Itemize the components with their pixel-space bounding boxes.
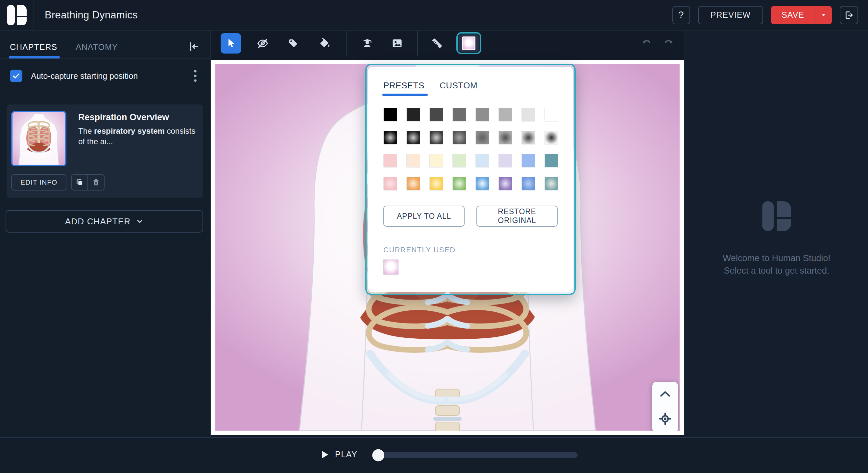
- preset-swatch[interactable]: [383, 131, 397, 144]
- add-chapter-button[interactable]: ADD CHAPTER: [6, 210, 203, 233]
- preset-swatch[interactable]: [498, 154, 512, 168]
- preset-swatch[interactable]: [498, 131, 512, 144]
- viewport-controls: [652, 382, 678, 431]
- sidebar: CHAPTERS ANATOMY Auto-capture starting p…: [0, 31, 211, 437]
- app-logo[interactable]: [0, 0, 34, 30]
- collapse-sidebar-button[interactable]: [188, 41, 199, 52]
- top-bar: Breathing Dynamics ? PREVIEW SAVE: [0, 0, 868, 31]
- chapter-options-menu-button[interactable]: [190, 68, 200, 84]
- save-split-button: SAVE: [771, 6, 832, 24]
- sidebar-tabs: CHAPTERS ANATOMY: [0, 31, 210, 59]
- preset-swatch[interactable]: [429, 177, 443, 191]
- color-popup-actions: APPLY TO ALL RESTORE ORIGINAL: [383, 206, 558, 227]
- edit-info-button[interactable]: EDIT INFO: [11, 174, 66, 191]
- select-tool-button[interactable]: [221, 33, 241, 54]
- check-icon: [12, 72, 20, 80]
- hide-tool-button[interactable]: [252, 33, 273, 54]
- image-icon: [391, 37, 403, 49]
- preset-swatch[interactable]: [475, 108, 489, 122]
- tab-presets[interactable]: PRESETS: [383, 80, 425, 96]
- duplicate-chapter-button[interactable]: [72, 175, 88, 190]
- currently-used-swatch[interactable]: [383, 260, 399, 275]
- preset-swatch[interactable]: [545, 154, 558, 168]
- preset-swatch[interactable]: [545, 131, 558, 144]
- preset-swatch[interactable]: [522, 131, 535, 144]
- divider: [0, 93, 210, 93]
- cursor-icon: [225, 38, 237, 49]
- timeline-thumb[interactable]: [372, 449, 384, 461]
- preset-swatch[interactable]: [475, 154, 489, 168]
- preset-swatch[interactable]: [453, 131, 466, 144]
- preset-swatch[interactable]: [545, 177, 558, 191]
- chevron-up-icon: [659, 390, 671, 398]
- help-button[interactable]: ?: [672, 6, 690, 24]
- welcome-text: Welcome to Human Studio! Select a tool t…: [723, 252, 831, 277]
- play-label: PLAY: [335, 450, 358, 459]
- image-tool-button[interactable]: [387, 33, 407, 54]
- preset-swatch[interactable]: [429, 131, 443, 144]
- timeline-track[interactable]: [376, 452, 578, 458]
- model-tool-button[interactable]: [357, 33, 377, 54]
- preset-swatch[interactable]: [498, 108, 512, 122]
- color-popup-card: PRESETS CUSTOM APPLY TO ALL RESTORE ORIG…: [368, 67, 573, 292]
- background-tool-button[interactable]: [456, 32, 482, 54]
- preview-button[interactable]: PREVIEW: [698, 6, 763, 24]
- preset-swatch[interactable]: [453, 154, 466, 168]
- toolbar-divider: [346, 31, 346, 56]
- auto-capture-row: Auto-capture starting position: [0, 59, 210, 93]
- undo-button[interactable]: [641, 38, 652, 49]
- auto-capture-checkbox[interactable]: [10, 70, 22, 82]
- delete-chapter-button[interactable]: [88, 175, 104, 190]
- recenter-button[interactable]: [658, 412, 672, 426]
- preset-swatch[interactable]: [406, 177, 420, 191]
- measure-tool-button[interactable]: [427, 33, 447, 54]
- background-tool-well: [459, 34, 479, 52]
- preset-swatch[interactable]: [475, 177, 489, 191]
- redo-button[interactable]: [663, 38, 674, 49]
- inspector-panel: Welcome to Human Studio! Select a tool t…: [685, 31, 868, 437]
- chapter-description: The respiratory system consists of the a…: [78, 126, 197, 147]
- tab-chapters[interactable]: CHAPTERS: [10, 42, 57, 59]
- preset-swatch[interactable]: [383, 154, 397, 168]
- add-chapter-label: ADD CHAPTER: [65, 216, 131, 227]
- preset-swatch[interactable]: [522, 177, 535, 191]
- preset-swatch[interactable]: [406, 154, 420, 168]
- preset-swatch[interactable]: [429, 108, 443, 122]
- preset-swatch[interactable]: [522, 154, 535, 168]
- chapter-card[interactable]: Respiration Overview The respiratory sys…: [7, 104, 203, 198]
- logout-icon: [844, 10, 854, 20]
- preset-swatch[interactable]: [429, 154, 443, 168]
- tab-custom[interactable]: CUSTOM: [440, 80, 477, 96]
- visibility-off-icon: [256, 37, 269, 49]
- save-button[interactable]: SAVE: [771, 6, 815, 24]
- welcome-message: Welcome to Human Studio! Select a tool t…: [685, 201, 868, 277]
- preset-swatch[interactable]: [453, 177, 466, 191]
- apply-to-all-button[interactable]: APPLY TO ALL: [383, 206, 465, 227]
- tab-anatomy[interactable]: ANATOMY: [75, 42, 118, 59]
- human-studio-logo-icon: [762, 201, 791, 231]
- preset-swatch[interactable]: [406, 131, 420, 144]
- chapter-thumbnail[interactable]: [11, 111, 66, 166]
- chevron-down-icon: [136, 217, 144, 225]
- chapter-card-actions: EDIT INFO: [11, 174, 197, 191]
- toolbar-divider: [417, 31, 418, 56]
- preset-swatch[interactable]: [545, 108, 558, 122]
- expand-controls-button[interactable]: [659, 390, 671, 398]
- preset-swatch-grid: [383, 108, 558, 191]
- chapter-info: Respiration Overview The respiratory sys…: [72, 111, 197, 166]
- preset-swatch[interactable]: [498, 177, 512, 191]
- label-tool-button[interactable]: [283, 33, 304, 54]
- save-menu-button[interactable]: [815, 6, 832, 24]
- human-studio-logo-icon: [7, 5, 27, 25]
- logout-button[interactable]: [840, 6, 858, 24]
- preset-swatch[interactable]: [475, 131, 489, 144]
- preset-swatch[interactable]: [383, 177, 397, 191]
- restore-original-button[interactable]: RESTORE ORIGINAL: [476, 206, 558, 227]
- welcome-line2: Select a tool to get started.: [723, 264, 831, 277]
- paint-tool-button[interactable]: [314, 33, 335, 54]
- preset-swatch[interactable]: [406, 108, 420, 122]
- preset-swatch[interactable]: [453, 108, 466, 122]
- play-button[interactable]: PLAY: [320, 450, 358, 459]
- preset-swatch[interactable]: [383, 108, 397, 122]
- preset-swatch[interactable]: [522, 108, 535, 122]
